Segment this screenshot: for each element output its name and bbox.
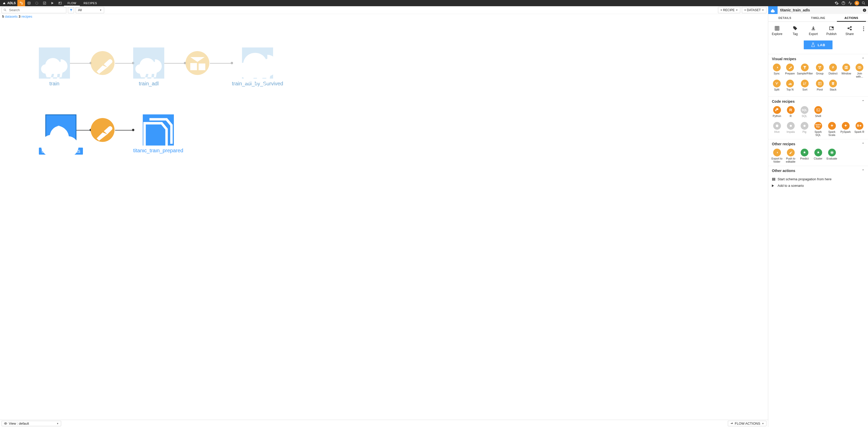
svg-text:i: i: [864, 9, 865, 11]
filter-select[interactable]: All ▼: [76, 7, 104, 13]
flow-canvas[interactable]: train train_adl: [0, 19, 768, 420]
footer: View : default ▼ FLOW ACTIONS ▼: [0, 420, 768, 427]
nav-recipes-icon[interactable]: [33, 0, 41, 6]
help-icon[interactable]: [840, 0, 847, 6]
section-code-recipes[interactable]: Code recipes ⌃: [768, 96, 868, 105]
datasets-link[interactable]: datasets: [5, 15, 18, 19]
nav-tab-flow[interactable]: FLOW: [64, 0, 80, 6]
svg-point-31: [803, 125, 805, 127]
publish-button[interactable]: + Publish: [825, 25, 838, 36]
recipe-sparkscala[interactable]: ✦Spark Scala: [825, 122, 838, 137]
tag-icon: [792, 25, 798, 31]
recipe-impala[interactable]: Impala: [784, 122, 797, 137]
search-input[interactable]: [8, 8, 66, 12]
recipe-evaluate[interactable]: Evaluate: [825, 149, 838, 163]
panel-header: titanic_train_adls i: [768, 6, 868, 14]
recipe-r[interactable]: RR: [784, 106, 797, 120]
recipe-sample[interactable]: Sample/Filter: [797, 63, 813, 78]
action-add-scenario[interactable]: Add to a scenario: [772, 182, 864, 189]
panel-title: titanic_train_adls: [778, 8, 861, 12]
nav-analysis-icon[interactable]: [41, 0, 49, 6]
action-row: Explore Tag Export + Publish Share: [768, 22, 868, 38]
export-button[interactable]: Export: [807, 25, 819, 36]
explore-button[interactable]: Explore: [771, 25, 783, 36]
activity-icon[interactable]: [847, 0, 854, 6]
recipe-predict[interactable]: Predict: [798, 149, 811, 163]
node-train-adl[interactable]: train_adl: [133, 48, 164, 87]
flow-actions-button[interactable]: FLOW ACTIONS ▼: [728, 421, 767, 426]
section-other-recipes[interactable]: Other recipes ⌃: [768, 139, 868, 148]
recipe-split[interactable]: Split: [770, 80, 783, 94]
chevron-up-icon: ⌃: [862, 142, 864, 146]
main: All ▼ + RECIPE ▼ + DATASET ▼ 5 datasets …: [0, 6, 868, 427]
recipe-cluster[interactable]: Cluster: [811, 149, 825, 163]
nav-tab-recipes[interactable]: RECIPES: [80, 0, 100, 6]
toolbar: All ▼ + RECIPE ▼ + DATASET ▼: [0, 6, 768, 14]
section-visual-recipes[interactable]: Visual recipes ⌃: [768, 54, 868, 62]
tab-details[interactable]: DETAILS: [768, 14, 801, 22]
other-actions-list: Start schema propagation from here Add t…: [768, 174, 868, 194]
brand[interactable]: ADLS: [1, 1, 18, 5]
filter-button[interactable]: [68, 7, 74, 13]
recipe-pivot[interactable]: Pivot: [813, 80, 826, 94]
recipe-stack[interactable]: Stack: [827, 80, 839, 94]
search-box[interactable]: [2, 7, 66, 13]
nav-datasets-icon[interactable]: [25, 0, 33, 6]
section-other-actions[interactable]: Other actions ⌃: [768, 166, 868, 174]
svg-rect-21: [845, 66, 846, 68]
recipe-group[interactable]: Group: [813, 63, 826, 78]
right-panel: titanic_train_adls i DETAILS TIMELINE AC…: [768, 6, 868, 427]
nav-jobs-icon[interactable]: [49, 0, 56, 6]
add-recipe-button[interactable]: + RECIPE ▼: [718, 7, 740, 13]
node-recipe-prepare-1[interactable]: [91, 51, 115, 75]
view-selector[interactable]: View : default ▼: [2, 421, 61, 426]
recipe-topn[interactable]: Top N: [783, 80, 796, 94]
tag-button[interactable]: Tag: [789, 25, 801, 36]
info-icon[interactable]: i: [861, 8, 868, 12]
recipe-push-editable[interactable]: Push to editable: [784, 149, 797, 163]
tab-timeline[interactable]: TIMELINE: [801, 14, 835, 22]
recipe-prepare[interactable]: Prepare: [783, 63, 796, 78]
search-icon[interactable]: [860, 0, 867, 6]
recipe-pyspark[interactable]: ✦PySpark: [839, 122, 852, 137]
node-titanic-train-prepared[interactable]: titanic_train_prepared: [133, 114, 183, 153]
node-recipe-group[interactable]: [186, 51, 209, 75]
svg-rect-25: [789, 84, 789, 85]
nav-flow-icon[interactable]: [18, 0, 25, 6]
node-titanic-train-adls[interactable]: titanic_train_adls: [39, 114, 83, 154]
tab-actions[interactable]: ACTIONS: [835, 14, 868, 22]
add-dataset-button[interactable]: + DATASET ▼: [742, 7, 767, 13]
action-schema-propagation[interactable]: Start schema propagation from here: [772, 176, 864, 182]
recipe-pig[interactable]: Pig: [798, 122, 811, 137]
recipe-sparkr[interactable]: R✦Spark R: [853, 122, 866, 137]
svg-rect-35: [772, 180, 775, 180]
recipe-hive[interactable]: Hive: [770, 122, 783, 137]
recipe-python[interactable]: Python: [770, 106, 783, 120]
svg-point-18: [818, 66, 820, 67]
grid-icon: [774, 25, 780, 31]
recipe-sql[interactable]: SQLSQL: [798, 106, 811, 120]
recipe-distinct[interactable]: ≠Distinct: [827, 63, 839, 78]
recipe-export-folder[interactable]: Export to folder: [770, 149, 783, 163]
svg-point-6: [862, 2, 864, 4]
node-recipe-prepare-2[interactable]: [91, 118, 115, 142]
recipe-sort[interactable]: Sort: [797, 80, 813, 94]
recipe-count: 3: [19, 15, 21, 19]
recipe-join[interactable]: Join with...: [853, 63, 866, 78]
recipe-sparksql[interactable]: SparkSQLSpark SQL: [811, 122, 825, 137]
recipes-link[interactable]: recipes: [22, 15, 32, 19]
recipe-window[interactable]: Window: [840, 63, 853, 78]
user-avatar[interactable]: A: [854, 0, 860, 6]
settings-icon[interactable]: [833, 0, 840, 6]
lab-button[interactable]: LAB: [804, 40, 833, 49]
svg-text:+: +: [832, 26, 833, 28]
dataset-type-icon: [768, 6, 778, 14]
more-menu-icon[interactable]: [862, 25, 865, 31]
node-train[interactable]: train: [39, 48, 70, 87]
recipe-sync[interactable]: Sync: [770, 63, 783, 78]
node-train-adl-by-survived[interactable]: train_adl_by_Survived: [232, 48, 283, 87]
nav-dashboards-icon[interactable]: [56, 0, 64, 6]
svg-rect-29: [817, 109, 820, 111]
share-button[interactable]: Share: [843, 25, 856, 36]
recipe-shell[interactable]: Shell: [811, 106, 825, 120]
